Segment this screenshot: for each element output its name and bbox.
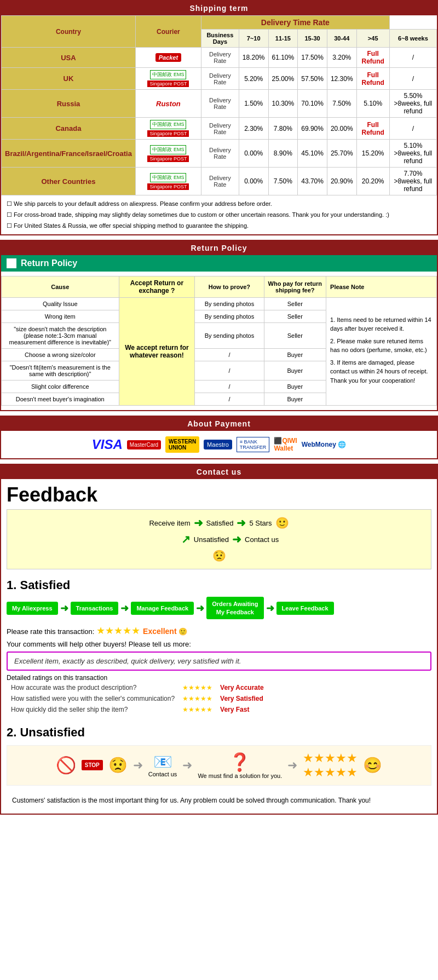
contact-header: Contact us <box>1 465 437 479</box>
qiwi-logo: ⬛QIWIWallet <box>274 437 297 452</box>
shipping-country: USA <box>2 48 136 68</box>
t11-15-header: 11-15 <box>268 30 298 48</box>
comments-text: Your comments will help other buyers! Pl… <box>7 640 431 648</box>
rating-stars: ★★★★★ <box>96 625 143 636</box>
satisfied-section: 1. Satisfied My Aliexpress ➜ Transaction… <box>1 575 437 722</box>
return-prove: / <box>195 361 264 381</box>
delivery-time-header: Delivery Time Rate <box>201 16 389 30</box>
smiley-satisfied: 🙂 <box>178 627 187 636</box>
contact-us-label: Contact us <box>245 535 279 544</box>
unsatisfied-label: Unsatisfied <box>194 535 229 544</box>
shipping-cell-t11_15: 7.80% <box>268 118 298 140</box>
satisfied-title: 1. Satisfied <box>7 578 431 592</box>
rating-stars: ★★★★★ <box>179 705 216 714</box>
delivery-rate-label: Delivery Rate <box>201 140 239 168</box>
shipping-cell-t6_8: 7.70% >8weeks, full refund <box>389 168 436 195</box>
rating-question: How quickly did the seller ship the item… <box>8 705 178 714</box>
return-prove: By sending photos <box>195 298 264 310</box>
return-table: Cause Accept Return or exchange ? How to… <box>1 276 437 406</box>
shipping-row: Other Countries中国邮政 EMSSingapore POSTDel… <box>2 168 437 195</box>
contact-us-label2: Contact us <box>148 771 177 777</box>
my-aliexpress-btn[interactable]: My Aliexpress <box>7 602 58 615</box>
t6-8-header: 6~8 weeks <box>389 30 436 48</box>
unsatisfied-title: 2. Unsatisfied <box>7 725 431 740</box>
western-union-logo: WESTERNUNION <box>165 436 199 453</box>
shipping-cell-t45: 20.20% <box>356 168 389 195</box>
shipping-cell-t7_10: 1.50% <box>239 90 268 118</box>
shipping-cell-t30_44: 12.30% <box>327 68 356 90</box>
shipping-courier: Ruston <box>135 90 201 118</box>
shipping-cell-t30_44: 7.50% <box>327 90 356 118</box>
return-cause: "size doesn't match the description (ple… <box>2 323 119 349</box>
shipping-cell-t15_30: 70.10% <box>298 90 327 118</box>
question-item: ❓ We must find a solution for you. <box>198 752 282 779</box>
shipping-courier: 中国邮政 EMSSingapore POST <box>135 140 201 168</box>
rating-value: Very Fast <box>217 705 267 714</box>
shipping-header: Shipping term <box>1 1 437 15</box>
leave-feedback-btn[interactable]: Leave Feedback <box>276 602 334 615</box>
shipping-cell-t11_15: 61.10% <box>268 48 298 68</box>
webmoney-logo: WebMoney 🌐 <box>302 441 346 448</box>
arrow-right-2: ➜ <box>182 758 192 773</box>
ratings-detail: Detailed ratings on this transaction How… <box>7 674 431 716</box>
sad-face-icon: 😟 <box>108 756 128 774</box>
orders-awaiting-btn[interactable]: Orders Awaiting My Feedback <box>206 597 263 619</box>
visa-logo: VISA <box>92 437 123 452</box>
arrow-right-3: ➜ <box>287 758 297 773</box>
manage-feedback-btn[interactable]: Manage Feedback <box>131 602 194 615</box>
return-cause: Choose a wrong size/color <box>2 349 119 361</box>
return-prove: / <box>195 381 264 393</box>
shipping-note: ☐ For cross-broad trade, shipping may sl… <box>7 210 431 221</box>
contact-section: Contact us Feedback Receive item ➜ Satis… <box>0 464 438 815</box>
return-prove: By sending photos <box>195 323 264 349</box>
delivery-rate-label: Delivery Rate <box>201 118 239 140</box>
smiley-happy-icon: 🙂 <box>275 516 289 529</box>
payment-section: About Payment VISA MasterCard WESTERNUNI… <box>0 416 438 459</box>
cause-col-header: Cause <box>2 276 119 298</box>
transactions-btn[interactable]: Transactions <box>71 602 119 615</box>
return-who: Seller <box>264 298 326 310</box>
delivery-rate-label: Delivery Rate <box>201 48 239 68</box>
flow-arrow-4: ➜ <box>266 602 274 614</box>
shipping-cell-t11_15: 10.30% <box>268 90 298 118</box>
courier-header: Courier <box>135 16 201 48</box>
shipping-cell-t6_8: / <box>389 118 436 140</box>
satisfied-label: Satisfied <box>206 519 234 527</box>
shipping-cell-t45: 15.20% <box>356 140 389 168</box>
no-circle-icon: 🚫 <box>56 756 76 775</box>
satisfied-flow-buttons: My Aliexpress ➜ Transactions ➜ Manage Fe… <box>7 597 431 619</box>
who-col-header: Who pay for return shipping fee? <box>264 276 326 298</box>
shipping-row: RussiaRustonDelivery Rate1.50%10.30%70.1… <box>2 90 437 118</box>
shipping-cell-t7_10: 18.20% <box>239 48 268 68</box>
shipping-note: ☐ For United States & Russia, we offer s… <box>7 221 431 232</box>
shipping-row: USAPacketDelivery Rate18.20%61.10%17.50%… <box>2 48 437 68</box>
ratings-table: How accurate was the product description… <box>7 682 268 716</box>
stars-result-item: ★★★★★★★★★★ <box>303 751 358 780</box>
shipping-table: Country Courier Delivery Time Rate Busin… <box>1 15 437 195</box>
sad-item: 😟 <box>108 756 128 774</box>
shipping-cell-t15_30: 43.70% <box>298 168 327 195</box>
return-inner-title: Return Policy <box>21 258 77 268</box>
return-section: Return Policy Return Policy Cause Accept… <box>0 240 438 411</box>
arrow-2: ➜ <box>237 516 246 529</box>
shipping-cell-t7_10: 0.00% <box>239 168 268 195</box>
shipping-country: Other Countries <box>2 168 136 195</box>
shipping-cell-t45: Full Refund <box>356 118 389 140</box>
shipping-cell-t11_15: 8.90% <box>268 140 298 168</box>
delivery-rate-label: Delivery Rate <box>201 68 239 90</box>
return-who: Buyer <box>264 349 326 361</box>
rating-row: How quickly did the seller ship the item… <box>8 705 267 714</box>
shipping-courier: 中国邮政 EMSSingapore POST <box>135 68 201 90</box>
payment-header: About Payment <box>1 417 437 431</box>
return-who: Seller <box>264 323 326 349</box>
footer-text: Customers' satisfaction is the most impo… <box>7 791 431 810</box>
bank-transfer-logo: ≡ BANKTRANSFER <box>237 437 270 452</box>
note-col-header: Please Note <box>326 276 437 298</box>
shipping-country: UK <box>2 68 136 90</box>
shipping-row: Canada中国邮政 EMSSingapore POSTDelivery Rat… <box>2 118 437 140</box>
return-who: Buyer <box>264 361 326 381</box>
no-sign-item: 🚫 <box>56 756 76 775</box>
ratings-detail-title: Detailed ratings on this transaction <box>7 674 431 682</box>
email-item: 📧 Contact us <box>148 753 177 777</box>
shipping-country: Canada <box>2 118 136 140</box>
